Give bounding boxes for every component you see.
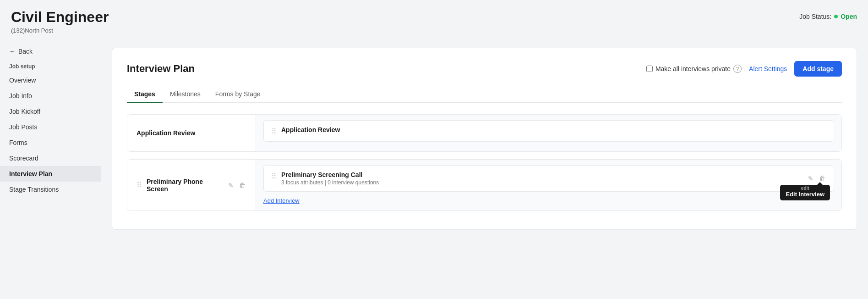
stage-left-phone-screen: ⠿ Preliminary Phone Screen ✎ 🗑 <box>127 160 256 210</box>
sidebar: ← Back Job setup Overview Job Info Job K… <box>0 39 101 292</box>
interview-card-actions: ✎ 🗑 edit Edit Interview <box>807 174 826 183</box>
stage-right-application-review: ⠿ Application Review <box>256 115 841 151</box>
sidebar-item-interview-plan[interactable]: Interview Plan <box>0 166 101 182</box>
interview-name-app-review: Application Review <box>281 126 340 133</box>
delete-interview-button[interactable]: 🗑 <box>818 174 826 183</box>
stage-left-application-review: Application Review <box>127 115 256 151</box>
interview-name-screening: Preliminary Screening Call <box>281 171 379 178</box>
add-interview-button[interactable]: Add Interview <box>263 196 300 205</box>
interview-plan-card: Interview Plan Make all interviews priva… <box>112 48 857 230</box>
content-header: Interview Plan Make all interviews priva… <box>127 61 842 77</box>
content-title: Interview Plan <box>127 63 195 75</box>
stage-row: Application Review ⠿ Application Review <box>127 115 841 151</box>
tooltip-edit-label: edit <box>786 186 824 191</box>
sidebar-item-job-info[interactable]: Job Info <box>0 88 101 104</box>
stage-name-application-review: Application Review <box>136 129 195 137</box>
help-icon[interactable]: ? <box>733 65 742 73</box>
header-actions: Make all interviews private ? Alert Sett… <box>646 61 842 77</box>
interview-card-app-review: ⠿ Application Review <box>263 120 834 142</box>
interview-card-screening-call: ⠿ Preliminary Screening Call 3 focus att… <box>263 165 834 192</box>
tooltip-label: Edit Interview <box>786 191 824 198</box>
back-button[interactable]: ← Back <box>0 44 101 59</box>
main-content-area: Interview Plan Make all interviews priva… <box>101 39 868 292</box>
status-dot-icon <box>834 15 838 18</box>
interview-meta-screening: 3 focus attributes | 0 interview questio… <box>281 179 379 186</box>
tabs-bar: Stages Milestones Forms by Stage <box>127 86 842 103</box>
alert-settings-button[interactable]: Alert Settings <box>749 65 787 72</box>
make-private-checkbox[interactable] <box>646 66 653 72</box>
add-stage-button[interactable]: Add stage <box>794 61 842 77</box>
sidebar-item-scorecard[interactable]: Scorecard <box>0 150 101 166</box>
back-label: Back <box>18 48 33 55</box>
interview-card-left: ⠿ Application Review <box>271 126 340 136</box>
sidebar-item-stage-transitions[interactable]: Stage Transitions <box>0 182 101 197</box>
edit-interview-tooltip: edit Edit Interview <box>780 185 830 200</box>
make-private-container: Make all interviews private ? <box>646 65 742 73</box>
make-private-label: Make all interviews private <box>655 65 731 72</box>
edit-stage-button[interactable]: ✎ <box>227 181 235 190</box>
back-arrow-icon: ← <box>9 48 16 55</box>
job-status-label: Job Status: <box>799 13 831 20</box>
tab-milestones[interactable]: Milestones <box>163 86 208 103</box>
job-status: Job Status: Open <box>799 9 857 20</box>
drag-dots-icon-screening: ⠿ <box>271 172 277 181</box>
drag-dots-icon: ⠿ <box>271 127 277 136</box>
stage-drag-handle-icon: ⠿ <box>136 181 142 189</box>
interview-card-left-screening: ⠿ Preliminary Screening Call 3 focus att… <box>271 171 379 186</box>
stage-name-phone-screen: Preliminary Phone Screen <box>147 178 221 193</box>
delete-stage-button[interactable]: 🗑 <box>238 181 246 190</box>
main-layout: ← Back Job setup Overview Job Info Job K… <box>0 39 868 292</box>
stage-preliminary-phone-screen: ⠿ Preliminary Phone Screen ✎ 🗑 ⠿ <box>127 159 842 211</box>
job-status-value: Open <box>841 13 857 20</box>
interview-info-screening: Preliminary Screening Call 3 focus attri… <box>281 171 379 186</box>
edit-interview-button[interactable]: ✎ <box>807 174 814 183</box>
stage-row-phone-screen: ⠿ Preliminary Phone Screen ✎ 🗑 ⠿ <box>127 160 841 210</box>
sidebar-section-label: Job setup <box>0 59 101 72</box>
tab-stages[interactable]: Stages <box>127 86 163 103</box>
page-header: Civil Engineer (132)North Post Job Statu… <box>0 0 868 39</box>
sidebar-item-job-posts[interactable]: Job Posts <box>0 119 101 135</box>
tab-forms-by-stage[interactable]: Forms by Stage <box>208 86 268 103</box>
stage-icons: ✎ 🗑 <box>227 181 246 190</box>
page-subtitle: (132)North Post <box>11 27 109 34</box>
add-interview-container: Add Interview <box>263 196 834 205</box>
interview-info: Application Review <box>281 126 340 133</box>
page-title: Civil Engineer <box>11 9 109 25</box>
sidebar-item-job-kickoff[interactable]: Job Kickoff <box>0 104 101 119</box>
sidebar-item-forms[interactable]: Forms <box>0 135 101 150</box>
stage-right-phone-screen: ⠿ Preliminary Screening Call 3 focus att… <box>256 160 841 210</box>
sidebar-item-overview[interactable]: Overview <box>0 72 101 88</box>
stage-application-review: Application Review ⠿ Application Review <box>127 114 842 152</box>
